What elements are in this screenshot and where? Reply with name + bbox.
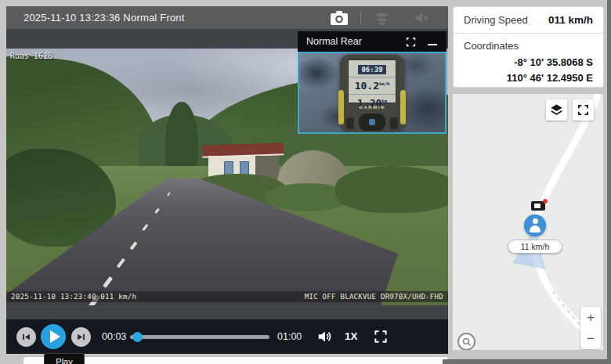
expand-icon[interactable] (405, 36, 417, 48)
playback-bar: 00:03 01:00 1X (6, 319, 448, 354)
camera-badge-icon (534, 204, 540, 208)
speaker-off-icon (413, 9, 430, 27)
gps-rocker-button (359, 114, 385, 131)
vehicle-marker[interactable] (524, 214, 546, 236)
gps-device: 06:39 10.2km/h 1.20km GARMIN (340, 55, 404, 134)
step-backward-icon (20, 331, 32, 343)
map-zoom-control: + − (580, 307, 601, 349)
elapsed-time: 00:03 (102, 331, 126, 342)
camera-badge-record-dot (543, 199, 548, 204)
info-panel: Driving Speed 011 km/h Coordinates -8° 1… (453, 6, 604, 88)
video-overlay-bottom-bar: 2025-11-10 13:23:40 011 km/h MIC OFF BLA… (6, 291, 448, 302)
step-backward-button[interactable] (16, 327, 36, 347)
gps-side-button (390, 117, 398, 129)
playback-rate-button[interactable]: 1X (345, 330, 358, 342)
window-border-right (607, 0, 611, 364)
play-button[interactable] (41, 324, 66, 349)
video-player: Ruas 162B 2025-11-10 13:23:40 011 km/h M… (6, 29, 448, 319)
snapshot-button[interactable] (329, 9, 349, 26)
marker-speed-label: 11 km/h (508, 240, 562, 254)
pip-title-bar[interactable]: Normal Rear (298, 31, 446, 52)
gps-brand-label: GARMIN (340, 105, 404, 110)
driving-speed-value: 011 km/h (548, 14, 593, 26)
progress-thumb[interactable] (132, 332, 143, 342)
magnifier-icon (461, 337, 472, 348)
map-layers-button[interactable] (546, 99, 567, 121)
latitude-value: -8° 10' 35.8068 S (464, 55, 593, 70)
video-overlay-timestamp: 2025-11-10 13:23:40 011 km/h (11, 293, 136, 301)
step-forward-button[interactable] (71, 327, 91, 347)
audio-mute-button[interactable] (412, 9, 431, 27)
longitude-value: 110° 46' 12.4950 E (464, 70, 593, 86)
coordinates-values: -8° 10' 35.8068 S 110° 46' 12.4950 E (454, 53, 603, 90)
lower-panel-edge (24, 357, 448, 364)
driving-speed-label: Driving Speed (464, 14, 528, 26)
gps-side-button (346, 117, 354, 129)
gps-speed-value: 10.2 (355, 80, 379, 92)
title-bar-actions (329, 9, 448, 27)
play-icon (50, 330, 60, 343)
map-panel[interactable]: 11 km/h + − (453, 94, 603, 350)
zoom-out-button[interactable]: − (580, 328, 601, 349)
pip-window[interactable]: Normal Rear 06:39 10.2km/h 1.20km (298, 31, 446, 135)
volume-button[interactable] (316, 328, 334, 345)
gps-time: 06:39 (358, 65, 385, 74)
multi-camera-button[interactable] (373, 9, 392, 27)
video-overlay-custom-text: Ruas 162B (10, 52, 52, 60)
pip-actions (405, 36, 446, 48)
person-icon (533, 218, 538, 224)
map-fullscreen-button[interactable] (573, 99, 594, 121)
coordinates-label: Coordinates (454, 34, 603, 53)
gps-speed: 10.2km/h (349, 77, 396, 92)
gps-speed-unit: km/h (379, 81, 389, 86)
layers-icon (549, 103, 564, 117)
multi-camera-icon (374, 9, 391, 27)
rear-camera-video[interactable]: 06:39 10.2km/h 1.20km GARMIN (298, 52, 446, 134)
pip-title: Normal Rear (306, 36, 362, 47)
toolbar-divider (360, 11, 361, 25)
marker-camera-badge (531, 201, 545, 211)
minimize-icon[interactable] (428, 44, 437, 46)
zoom-in-button[interactable]: + (580, 307, 601, 328)
progress-track[interactable] (130, 335, 269, 339)
video-title-bar: 2025-11-10 13:23:36 Normal Front (6, 6, 448, 29)
duration-time: 01:00 (277, 331, 302, 342)
gps-screen: 06:39 10.2km/h 1.20km (348, 59, 396, 103)
window-border-bottom (443, 359, 611, 364)
fullscreen-button[interactable] (373, 329, 389, 344)
video-title: 2025-11-10 13:23:36 Normal Front (24, 12, 185, 23)
step-forward-icon (75, 331, 87, 343)
gps-trip-unit: km (381, 99, 387, 103)
camera-icon (330, 10, 349, 26)
person-icon (530, 225, 540, 232)
map-search-button[interactable] (457, 333, 475, 350)
video-overlay-model: MIC OFF BLACKVUE DR970X/UHD-FHD (305, 293, 443, 301)
play-tooltip: Play (44, 353, 85, 364)
driving-speed-row: Driving Speed 011 km/h (454, 7, 603, 34)
map-fullscreen-icon (577, 103, 590, 117)
scene-bushes (335, 166, 448, 213)
